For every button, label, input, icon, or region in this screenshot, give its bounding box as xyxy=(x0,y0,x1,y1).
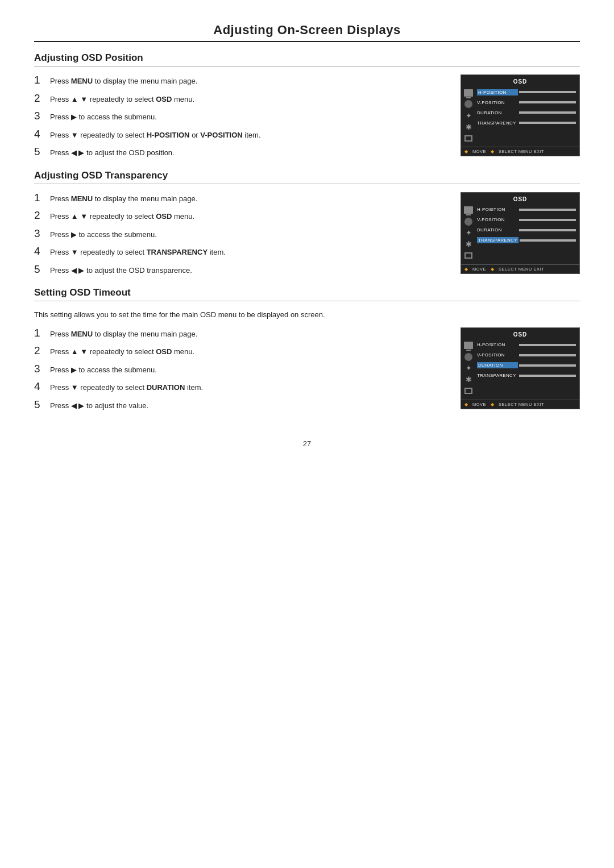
step-timeout-3: 3 Press ▶ to access the submenu. xyxy=(34,363,449,376)
osd-icon-square xyxy=(463,133,474,143)
osd-icon-person: ✦ xyxy=(463,110,474,121)
osd-row-bar xyxy=(519,122,576,124)
osd-icon-wrench: ✱ xyxy=(463,375,474,385)
step-text: Press MENU to display the menu main page… xyxy=(50,193,197,205)
step-position-5: 5 Press ◀ ▶ to adjust the OSD position. xyxy=(34,146,449,159)
osd-footer-select: SELECT MENU EXIT xyxy=(499,402,544,407)
section-timeout-block: 1 Press MENU to display the menu main pa… xyxy=(34,327,580,417)
osd-body: ✦ ✱ H-POSITION V-POSITION xyxy=(461,88,579,147)
section-transparency-block: 1 Press MENU to display the menu main pa… xyxy=(34,192,580,282)
osd-rows: H-POSITION V-POSITION DURATION TRANSPARE… xyxy=(477,88,576,143)
osd-row-label: V-POSITION xyxy=(477,100,518,105)
osd-rows: H-POSITION V-POSITION DURATION TRANSPARE… xyxy=(477,205,576,261)
osd-icons: ✦ ✱ xyxy=(463,88,474,143)
osd-footer: ◆ MOVE ◆ SELECT MENU EXIT xyxy=(461,264,579,273)
step-trans-4: 4 Press ▼ repeatedly to select TRANSPARE… xyxy=(34,246,449,258)
osd-icon-square xyxy=(463,386,474,396)
section-rule-timeout xyxy=(34,301,580,301)
osd-footer-move: MOVE xyxy=(472,402,486,407)
step-timeout-5: 5 Press ◀ ▶ to adjust the value. xyxy=(34,399,449,412)
section-rule-transparency xyxy=(34,184,580,184)
step-position-2: 2 Press ▲ ▼ repeatedly to select OSD men… xyxy=(34,93,449,105)
osd-diamond-move: ◆ xyxy=(464,402,468,407)
osd-panel-transparency: OSD ✦ ✱ H-PO xyxy=(460,192,580,274)
osd-footer-select: SELECT MENU EXIT xyxy=(499,267,544,272)
osd-row-hposition: H-POSITION xyxy=(477,88,576,97)
step-text: Press ◀ ▶ to adjust the value. xyxy=(50,400,148,412)
step-text: Press MENU to display the menu main page… xyxy=(50,329,197,340)
osd-row-bar xyxy=(519,229,576,231)
step-text: Press ◀ ▶ to adjust the OSD transparence… xyxy=(50,265,192,276)
osd-row-transparency: TRANSPARENCY xyxy=(477,236,576,245)
step-position-3: 3 Press ▶ to access the submenu. xyxy=(34,110,449,123)
osd-title: OSD xyxy=(461,196,579,202)
osd-row-transparency: TRANSPARENCY xyxy=(477,118,576,127)
osd-row-label: DURATION xyxy=(477,362,518,368)
step-num: 5 xyxy=(34,264,47,275)
step-num: 5 xyxy=(34,146,47,157)
osd-title: OSD xyxy=(461,331,579,338)
osd-icon-wrench: ✱ xyxy=(463,122,474,132)
osd-row-bar xyxy=(519,111,576,114)
osd-panel-timeout: OSD ✦ ✱ H-PO xyxy=(460,327,580,409)
osd-icon-tv xyxy=(463,340,474,351)
osd-row-label: V-POSITION xyxy=(477,217,518,222)
step-num: 1 xyxy=(34,192,47,203)
section-rule-position xyxy=(34,66,580,67)
step-text: Press ▶ to access the submenu. xyxy=(50,229,157,240)
step-num: 4 xyxy=(34,246,47,256)
step-position-1: 1 Press MENU to display the menu main pa… xyxy=(34,74,449,87)
step-num: 5 xyxy=(34,399,47,410)
osd-body: ✦ ✱ H-POSITION V-POSITION xyxy=(461,340,579,400)
osd-row-bar xyxy=(519,375,576,377)
step-num: 2 xyxy=(34,93,47,103)
osd-title: OSD xyxy=(461,78,579,85)
step-num: 3 xyxy=(34,363,47,374)
section-heading-timeout: Setting OSD Timeout xyxy=(34,287,580,298)
step-num: 4 xyxy=(34,381,47,392)
section-heading-position: Adjusting OSD Position xyxy=(34,52,580,64)
osd-icon-square xyxy=(463,251,474,261)
osd-icons: ✦ ✱ xyxy=(463,340,474,396)
osd-icons: ✦ ✱ xyxy=(463,205,474,261)
osd-diamond-move: ◆ xyxy=(464,149,468,154)
title-divider xyxy=(34,41,580,42)
step-text: Press MENU to display the menu main page… xyxy=(50,76,197,87)
osd-row-label: V-POSITION xyxy=(477,352,518,358)
step-text: Press ▼ repeatedly to select TRANSPARENC… xyxy=(50,247,226,258)
osd-footer: ◆ MOVE ◆ SELECT MENU EXIT xyxy=(461,147,579,156)
steps-col-transparency: 1 Press MENU to display the menu main pa… xyxy=(34,192,460,282)
step-num: 3 xyxy=(34,228,47,239)
osd-footer: ◆ MOVE ◆ SELECT MENU EXIT xyxy=(461,400,579,409)
step-text: Press ▶ to access the submenu. xyxy=(50,111,157,123)
osd-icon-circle xyxy=(463,217,474,227)
osd-row-label: H-POSITION xyxy=(477,89,518,95)
osd-diamond-select: ◆ xyxy=(491,149,494,154)
steps-col-timeout: 1 Press MENU to display the menu main pa… xyxy=(34,327,460,417)
osd-row-bar xyxy=(519,101,576,103)
step-text: Press ▲ ▼ repeatedly to select OSD menu. xyxy=(50,211,194,222)
step-timeout-2: 2 Press ▲ ▼ repeatedly to select OSD men… xyxy=(34,345,449,358)
osd-footer-move: MOVE xyxy=(472,267,486,272)
osd-row-label: H-POSITION xyxy=(477,207,518,212)
osd-diamond-select: ◆ xyxy=(491,402,494,407)
osd-icon-circle xyxy=(463,99,474,109)
osd-icon-tv xyxy=(463,205,474,215)
osd-row-bar xyxy=(519,209,576,211)
osd-row-hposition: H-POSITION xyxy=(477,205,576,214)
osd-row-label: DURATION xyxy=(477,110,518,115)
step-text: Press ▼ repeatedly to select DURATION it… xyxy=(50,382,203,393)
step-timeout-1: 1 Press MENU to display the menu main pa… xyxy=(34,327,449,340)
osd-icon-person: ✦ xyxy=(463,363,474,373)
steps-col-position: 1 Press MENU to display the menu main pa… xyxy=(34,74,460,164)
osd-row-vposition: V-POSITION xyxy=(477,98,576,107)
osd-footer-move: MOVE xyxy=(472,149,486,154)
osd-footer-select: SELECT MENU EXIT xyxy=(499,149,544,154)
osd-icon-person: ✦ xyxy=(463,228,474,238)
step-text: Press ◀ ▶ to adjust the OSD position. xyxy=(50,147,175,159)
osd-row-hposition: H-POSITION xyxy=(477,340,576,350)
step-num: 1 xyxy=(34,74,47,85)
osd-row-label: TRANSPARENCY xyxy=(477,121,518,126)
page-number: 27 xyxy=(34,439,580,448)
osd-rows: H-POSITION V-POSITION DURATION TRANSPARE… xyxy=(477,340,576,396)
